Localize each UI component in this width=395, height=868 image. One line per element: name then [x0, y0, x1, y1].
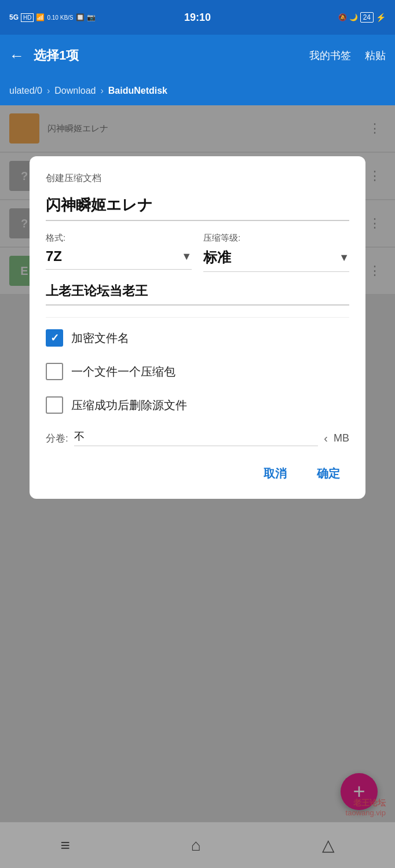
breadcrumb-sep2: › [100, 86, 103, 96]
checkbox-encrypt-filename-label: 加密文件名 [71, 330, 129, 346]
extra-icon2: 📷 [87, 13, 96, 21]
dialog-divider [46, 317, 349, 318]
checkbox-one-file-per-archive-label: 一个文件一个压缩包 [71, 364, 175, 380]
checkbox-delete-source-row[interactable]: 压缩成功后删除源文件 [46, 396, 349, 414]
status-bar-time: 19:10 [184, 12, 211, 24]
confirm-button[interactable]: 确定 [308, 460, 349, 487]
split-label: 分卷: [46, 432, 68, 445]
split-unit: MB [334, 432, 349, 444]
checkbox-delete-source-label: 压缩成功后删除源文件 [71, 398, 187, 413]
format-arrow-icon: ▼ [181, 251, 192, 263]
format-compression-row: 格式: 7Z ▼ 压缩等级: 标准 ▼ [46, 233, 349, 272]
back-button[interactable]: ← [9, 47, 24, 65]
split-input-wrapper [74, 430, 319, 446]
bookmark-button[interactable]: 我的书签 [309, 49, 351, 62]
data-speed: 0.10 KB/S [47, 14, 73, 21]
battery-level: 24 [360, 12, 374, 23]
checkbox-encrypt-filename-row[interactable]: 加密文件名 [46, 329, 349, 347]
breadcrumb-sep1: › [47, 86, 50, 96]
filename-input[interactable] [46, 196, 349, 221]
dialog-title: 创建压缩文档 [46, 172, 349, 185]
split-input[interactable] [74, 430, 319, 442]
status-bar-left: 5G HD 📶 0.10 KB/S 🔲 📷 [9, 13, 96, 22]
checkbox-one-file-per-archive[interactable] [46, 363, 63, 380]
toolbar-title: 选择1项 [34, 47, 300, 64]
breadcrumb-part2[interactable]: Download [54, 86, 96, 96]
create-archive-dialog: 创建压缩文档 格式: 7Z ▼ 压缩等级: 标准 ▼ 加密文件名 一个文件一个压… [30, 156, 365, 499]
password-input[interactable] [46, 284, 349, 306]
toolbar-actions: 我的书签 粘贴 [309, 49, 386, 62]
compression-field: 压缩等级: 标准 ▼ [203, 233, 349, 272]
wifi-icon: 📶 [36, 13, 45, 21]
moon-icon: 🌙 [349, 13, 358, 21]
paste-button[interactable]: 粘贴 [365, 49, 386, 62]
signal-icon: 5G [9, 13, 19, 21]
battery-charging-icon: ⚡ [376, 13, 386, 22]
cancel-button[interactable]: 取消 [254, 460, 296, 487]
checkbox-one-file-per-archive-row[interactable]: 一个文件一个压缩包 [46, 363, 349, 380]
compression-label: 压缩等级: [203, 233, 349, 244]
compression-select-wrapper[interactable]: 标准 ▼ [203, 248, 349, 272]
breadcrumb-bar: ulated/0 › Download › BaiduNetdisk [0, 76, 395, 105]
split-volume-row: 分卷: ‹ MB [46, 430, 349, 446]
status-bar-right: 🔕 🌙 24 ⚡ [338, 12, 386, 23]
extra-icon1: 🔲 [76, 13, 85, 21]
format-value: 7Z [46, 248, 181, 264]
checkbox-encrypt-filename[interactable] [46, 329, 63, 347]
app-toolbar: ← 选择1项 我的书签 粘贴 [0, 35, 395, 76]
hd-badge: HD [21, 13, 34, 22]
format-select-wrapper[interactable]: 7Z ▼ [46, 248, 192, 270]
compression-value: 标准 [203, 248, 339, 267]
compression-arrow-icon: ▼ [339, 252, 349, 264]
breadcrumb-part1[interactable]: ulated/0 [9, 86, 42, 96]
checkbox-delete-source[interactable] [46, 396, 63, 414]
dialog-actions: 取消 确定 [46, 460, 349, 487]
format-label: 格式: [46, 233, 192, 244]
format-field: 格式: 7Z ▼ [46, 233, 192, 272]
mute-icon: 🔕 [338, 13, 347, 21]
status-bar: 5G HD 📶 0.10 KB/S 🔲 📷 19:10 🔕 🌙 24 ⚡ [0, 0, 395, 35]
breadcrumb-part3[interactable]: BaiduNetdisk [108, 86, 167, 96]
split-arrow-icon[interactable]: ‹ [324, 432, 328, 445]
